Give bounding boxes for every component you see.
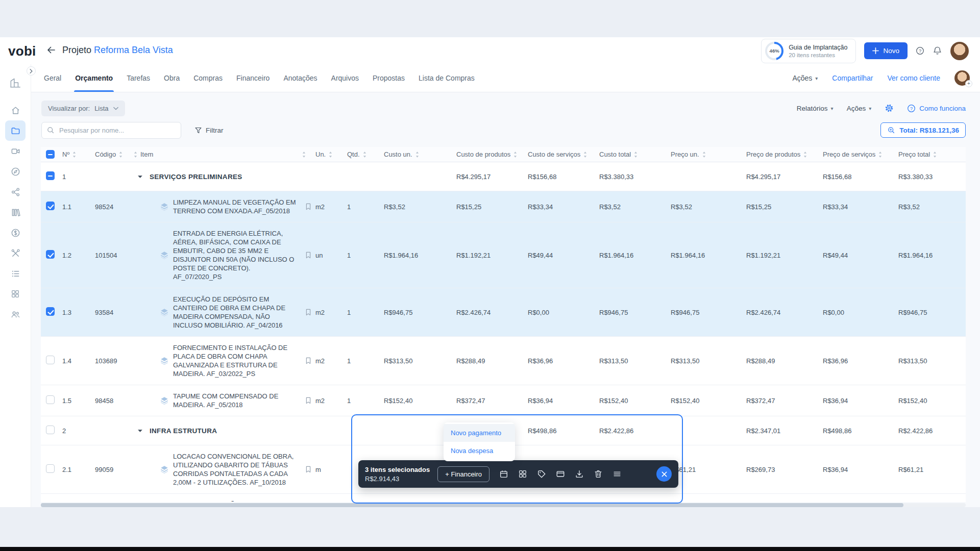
sort-icon[interactable] — [803, 151, 807, 158]
grid-icon[interactable] — [518, 469, 527, 479]
tab-geral[interactable]: Geral — [44, 64, 61, 92]
sort-icon[interactable] — [302, 151, 306, 158]
table-row[interactable]: 1.4103689FORNECIMENTO E INSTALAÇÃO DE PL… — [41, 337, 966, 385]
reports-dropdown[interactable]: Relatórios▾ — [797, 105, 834, 112]
collapse-caret-icon[interactable] — [137, 429, 143, 433]
view-by-dropdown[interactable]: Visualizar por: Lista — [41, 101, 125, 116]
column-header-codigo[interactable]: Código — [92, 151, 130, 158]
menu-item-novo-pagamento[interactable]: Novo pagamento — [444, 424, 515, 442]
financeiro-button[interactable]: + Financeiro — [437, 466, 489, 482]
table-row[interactable]: 1.393584EXECUÇÃO DE DEPÓSITO EM CANTEIRO… — [41, 288, 966, 337]
client-avatar[interactable]: + — [954, 70, 970, 86]
user-avatar[interactable] — [950, 42, 969, 60]
sort-icon[interactable] — [72, 151, 77, 158]
sidebar-item-projects[interactable] — [5, 120, 26, 141]
column-header-un[interactable]: Un. — [312, 151, 344, 158]
help-icon[interactable]: ? — [916, 46, 924, 55]
bookmark-icon[interactable] — [304, 203, 312, 211]
close-selection-button[interactable] — [656, 466, 672, 482]
sidebar-item-explore[interactable] — [5, 161, 26, 182]
filter-button[interactable]: Filtrar — [194, 127, 224, 134]
bookmark-icon[interactable] — [304, 308, 312, 316]
implementation-guide-widget[interactable]: 46% Guia de Implantação 20 itens restant… — [761, 39, 856, 63]
sort-icon[interactable] — [702, 151, 706, 158]
column-header-preco-total[interactable]: Preço total — [895, 151, 966, 158]
card-icon[interactable] — [556, 469, 565, 479]
column-header-custo-un[interactable]: Custo un. — [381, 151, 453, 158]
table-row[interactable]: 1.2101504ENTRADA DE ENERGIA ELÉTRICA, AÉ… — [41, 222, 966, 288]
row-checkbox[interactable] — [46, 202, 55, 210]
tab-arquivos[interactable]: Arquivos — [331, 64, 359, 92]
actions-dropdown-toolbar[interactable]: Ações▾ — [847, 105, 872, 112]
sort-icon[interactable] — [878, 151, 883, 158]
column-header-n[interactable]: Nº — [59, 151, 92, 158]
menu-icon[interactable] — [612, 469, 622, 479]
tab-obra[interactable]: Obra — [164, 64, 180, 92]
tab-tarefas[interactable]: Tarefas — [127, 64, 150, 92]
tab-anotacoes[interactable]: Anotações — [283, 64, 317, 92]
reorder-icon[interactable] — [133, 151, 138, 158]
bookmark-icon[interactable] — [304, 251, 312, 259]
sort-icon[interactable] — [328, 151, 333, 158]
tab-lista-de-compras[interactable]: Lista de Compras — [419, 64, 475, 92]
share-link[interactable]: Compartilhar — [832, 74, 873, 82]
sidebar-item-community[interactable] — [5, 304, 26, 324]
sidebar-item-integrations[interactable] — [5, 182, 26, 202]
bookmark-icon[interactable] — [304, 357, 312, 365]
download-icon[interactable] — [575, 469, 584, 479]
tab-financeiro[interactable]: Financeiro — [236, 64, 270, 92]
column-header-preco-de-produtos[interactable]: Preço de produtos — [743, 151, 820, 158]
sidebar-item-apps[interactable] — [5, 284, 26, 304]
row-checkbox[interactable] — [46, 356, 55, 364]
table-row[interactable]: ESCAVAÇÃO MANUAL DE VALA PARA — [41, 494, 966, 502]
column-header-preco-un[interactable]: Preço un. — [668, 151, 743, 158]
add-member-badge[interactable]: + — [965, 80, 972, 87]
sidebar-item-lists[interactable] — [5, 263, 26, 284]
scrollbar-thumb[interactable] — [41, 503, 903, 507]
sort-icon[interactable] — [118, 151, 123, 158]
column-header-item[interactable]: Item — [130, 151, 312, 158]
column-header-custo-de-servicos[interactable]: Custo de serviços — [525, 151, 596, 158]
column-header-qtd[interactable]: Qtd. — [344, 151, 381, 158]
search-input[interactable] — [41, 122, 181, 139]
column-header-custo-de-produtos[interactable]: Custo de produtos — [453, 151, 525, 158]
row-checkbox[interactable] — [46, 425, 55, 434]
select-all-checkbox[interactable] — [46, 150, 55, 159]
sidebar-item-home[interactable] — [5, 100, 26, 120]
collapse-caret-icon[interactable] — [137, 175, 143, 179]
view-as-client-link[interactable]: Ver como cliente — [888, 74, 941, 82]
table-row[interactable]: 1SERVIÇOS PRELIMINARESR$4.295,17R$156,68… — [41, 162, 966, 191]
sort-icon[interactable] — [933, 151, 937, 158]
sort-icon[interactable] — [415, 151, 420, 158]
sidebar-item-media[interactable] — [5, 141, 26, 161]
sort-icon[interactable] — [362, 151, 367, 158]
row-checkbox[interactable] — [46, 250, 55, 259]
sidebar-item-workspace[interactable] — [5, 71, 26, 94]
row-checkbox[interactable] — [46, 395, 55, 404]
table-row[interactable]: 1.598458TAPUME COM COMPENSADO DE MADEIRA… — [41, 385, 966, 416]
table-row[interactable]: 1.198524LIMPEZA MANUAL DE VEGETAÇÃO EM T… — [41, 191, 966, 222]
row-checkbox[interactable] — [46, 307, 55, 316]
sidebar-expand-button[interactable] — [27, 66, 36, 76]
row-checkbox[interactable] — [46, 171, 55, 180]
menu-item-nova-despesa[interactable]: Nova despesa — [444, 442, 515, 460]
new-button[interactable]: Novo — [864, 42, 908, 59]
sort-icon[interactable] — [633, 151, 638, 158]
column-header-custo-total[interactable]: Custo total — [596, 151, 668, 158]
tab-propostas[interactable]: Propostas — [373, 64, 405, 92]
total-badge[interactable]: Total: R$18.121,36 — [880, 122, 966, 138]
sort-icon[interactable] — [513, 151, 518, 158]
back-button[interactable] — [46, 45, 56, 57]
actions-dropdown[interactable]: Ações▾ — [792, 74, 818, 82]
sidebar-item-finance[interactable] — [5, 222, 26, 243]
calendar-icon[interactable] — [499, 469, 508, 479]
settings-gear-icon[interactable] — [885, 104, 894, 113]
trash-icon[interactable] — [594, 469, 603, 479]
sort-icon[interactable] — [583, 151, 587, 158]
notifications-bell-icon[interactable] — [933, 46, 942, 56]
tab-orcamento[interactable]: Orçamento — [75, 64, 113, 92]
column-header-preco-de-servicos[interactable]: Preço de serviços — [820, 151, 895, 158]
tab-compras[interactable]: Compras — [193, 64, 223, 92]
project-name-link[interactable]: Reforma Bela Vista — [94, 45, 173, 55]
how-it-works-link[interactable]: ? Como funciona — [907, 104, 966, 113]
